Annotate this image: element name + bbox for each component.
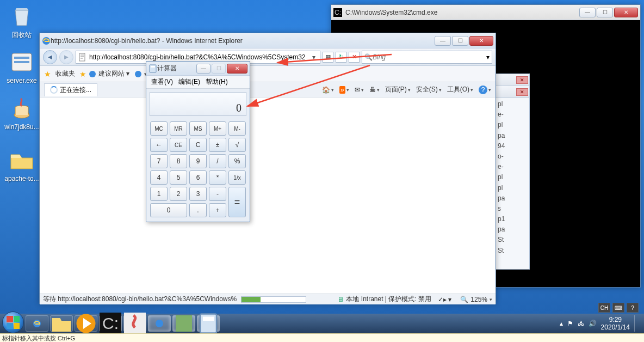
key-9[interactable]: 9 (189, 154, 207, 168)
suggested-sites[interactable]: ★ 建议网站 ▾ (79, 69, 129, 78)
ie-titlebar[interactable]: http://localhost:8080/cgi-bin/hello.bat?… (40, 33, 496, 48)
search-input[interactable] (373, 53, 486, 61)
home-button[interactable]: 🏠▾ (322, 86, 334, 94)
action-center-icon[interactable]: ⚑ (567, 320, 573, 327)
ie-tab[interactable]: 正在连接... (44, 83, 97, 96)
key-1[interactable]: 1 (150, 187, 168, 201)
ime-indicator[interactable]: CH (598, 303, 610, 313)
url-input[interactable] (89, 53, 310, 61)
search-box[interactable]: 🔍 ▾ (362, 51, 492, 64)
refresh-button[interactable]: ↻ (336, 52, 346, 63)
taskbar-item-calculator[interactable] (197, 315, 220, 332)
zoom-icon[interactable]: 🔍 (460, 296, 468, 303)
volume-icon[interactable]: 🔊 (589, 320, 597, 327)
page-menu[interactable]: 页面(P)▾ (385, 85, 411, 94)
key-2[interactable]: 2 (170, 187, 187, 201)
maximize-button[interactable]: ☐ (212, 64, 226, 74)
key-sqrt[interactable]: √ (228, 138, 246, 152)
internet-zone-icon: 🖥 (337, 296, 344, 303)
desktop-icon-jdk[interactable]: win7jdk8u... (3, 95, 41, 131)
taskbar-item-app[interactable] (172, 315, 195, 332)
key-plusminus[interactable]: ± (209, 138, 226, 152)
key-subtract[interactable]: - (209, 187, 226, 201)
key-percent[interactable]: % (228, 154, 246, 168)
key-3[interactable]: 3 (189, 187, 207, 201)
key-6[interactable]: 6 (189, 170, 207, 185)
back-button[interactable]: ◄ (43, 50, 57, 64)
start-button[interactable] (2, 312, 24, 333)
print-button[interactable]: 🖶▾ (369, 86, 380, 94)
menu-help[interactable]: 帮助(H) (204, 77, 230, 87)
taskbar-item-explorer[interactable] (50, 315, 73, 332)
minimize-button[interactable]: — (579, 8, 596, 17)
safety-menu[interactable]: 安全(S)▾ (416, 85, 442, 94)
taskbar-item-java[interactable] (123, 315, 146, 332)
taskbar-item-ie[interactable] (26, 315, 48, 332)
favorites-label[interactable]: 收藏夹 (55, 69, 75, 78)
menu-view[interactable]: 查看(V) (150, 77, 175, 87)
key-ce[interactable]: CE (170, 138, 187, 152)
close-button[interactable]: ✕ (614, 8, 638, 17)
key-add[interactable]: + (209, 203, 226, 217)
search-icon: 🔍 (364, 53, 373, 61)
close-button[interactable]: ✕ (227, 64, 247, 74)
ie-window: http://localhost:8080/cgi-bin/hello.bat?… (39, 33, 496, 304)
taskbar-item-media[interactable] (75, 315, 97, 332)
show-desktop-button[interactable] (634, 315, 639, 332)
zoom-dropdown[interactable]: ▾ (490, 297, 492, 302)
taskbar-clock[interactable]: 9:29 2020/1/14 (601, 316, 630, 332)
network-icon[interactable]: 🖧 (578, 320, 584, 327)
stop-button[interactable]: ✕ (349, 52, 360, 63)
address-dropdown[interactable]: ▾ (310, 53, 318, 61)
calc-titlebar[interactable]: 计算器 — ☐ ✕ (146, 62, 250, 76)
show-hidden-icon[interactable]: ▴ (560, 320, 563, 327)
key-c[interactable]: C (189, 138, 207, 152)
system-tray: ▴ ⚑ 🖧 🔊 9:29 2020/1/14 (560, 315, 642, 332)
desktop-icon-server[interactable]: server.exe (3, 49, 41, 84)
progress-bar (241, 296, 306, 303)
language-bar[interactable]: CH ⌨ ? (598, 303, 639, 313)
favorites-icon[interactable]: ★ (44, 70, 51, 78)
key-backspace[interactable]: ← (150, 138, 168, 152)
menu-edit[interactable]: 编辑(E) (177, 77, 202, 87)
key-decimal[interactable]: . (189, 203, 207, 217)
key-equals[interactable]: = (228, 187, 246, 217)
minimize-button[interactable]: — (435, 36, 451, 46)
key-mminus[interactable]: M- (228, 121, 246, 136)
key-multiply[interactable]: * (209, 170, 226, 185)
zoom-level[interactable]: 125% (470, 296, 487, 303)
web-slice-gallery[interactable]: ▾ (134, 70, 147, 78)
cmd-titlebar[interactable]: C: C:\Windows\System32\cmd.exe — ☐ ✕ (331, 5, 640, 20)
maximize-button[interactable]: ☐ (452, 36, 468, 46)
desktop-icon-recycle-bin[interactable]: 回收站 (3, 3, 41, 40)
close-button[interactable]: ✕ (516, 88, 528, 96)
protected-mode-dropdown[interactable]: ✓▸ ▾ (438, 296, 451, 303)
key-ms[interactable]: MS (189, 121, 207, 136)
help-button[interactable]: ?▾ (479, 86, 491, 94)
key-7[interactable]: 7 (150, 154, 168, 168)
search-dropdown[interactable]: ▾ (486, 53, 490, 61)
key-mc[interactable]: MC (150, 121, 168, 136)
forward-button[interactable]: ► (59, 50, 73, 64)
maximize-button[interactable]: ☐ (597, 8, 613, 17)
key-reciprocal[interactable]: 1/x (228, 170, 246, 185)
keyboard-icon[interactable]: ⌨ (612, 303, 624, 313)
compat-view-button[interactable]: ▦ (323, 52, 333, 63)
feeds-button[interactable]: »▾ (339, 86, 349, 94)
desktop-icon-apache-folder[interactable]: apache-to... (3, 147, 41, 182)
close-button[interactable]: ✕ (469, 36, 493, 46)
key-mplus[interactable]: M+ (209, 121, 226, 136)
read-mail-button[interactable]: ✉▾ (355, 86, 364, 94)
minimize-button[interactable]: — (196, 64, 210, 74)
close-button[interactable]: ✕ (516, 76, 528, 84)
key-mr[interactable]: MR (170, 121, 187, 136)
taskbar-item-cmd[interactable]: C: (99, 315, 122, 332)
tools-menu[interactable]: 工具(O)▾ (447, 85, 473, 94)
key-4[interactable]: 4 (150, 170, 168, 185)
taskbar-item-ie-instance[interactable] (148, 315, 171, 332)
key-5[interactable]: 5 (170, 170, 187, 185)
key-0[interactable]: 0 (150, 203, 187, 217)
lang-options[interactable]: ? (627, 303, 639, 313)
key-divide[interactable]: / (209, 154, 226, 168)
key-8[interactable]: 8 (170, 154, 187, 168)
